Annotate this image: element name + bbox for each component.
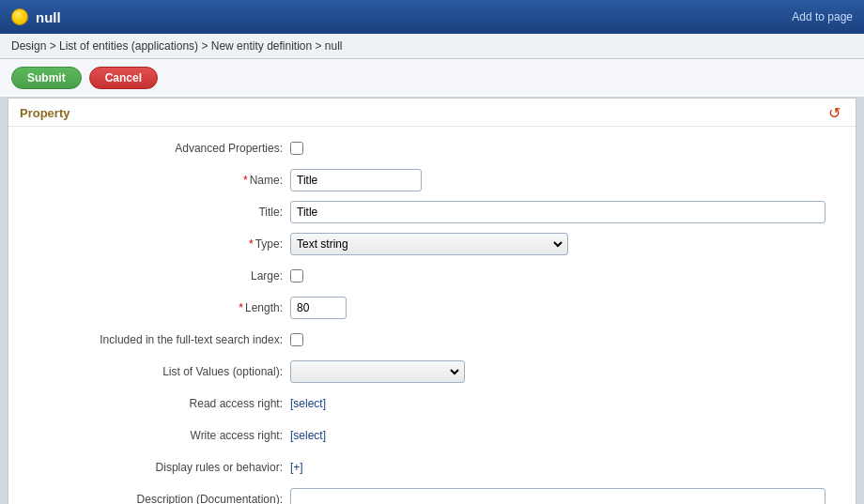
breadcrumb: Design > List of entities (applications)… [0,34,864,59]
app-title: null [36,9,61,25]
title-input[interactable] [290,201,825,223]
advanced-properties-label: Advanced Properties: [27,142,290,155]
write-access-link[interactable]: [select] [290,429,326,442]
action-bar: Submit Cancel [0,59,864,98]
lov-select[interactable] [293,361,462,382]
lightbulb-icon [11,8,28,25]
top-bar: null Add to page [0,0,864,34]
type-row: *Type: Text string Number Date Boolean L… [27,232,837,256]
add-to-page-link[interactable]: Add to page [792,10,853,23]
lov-select-wrapper [290,360,465,383]
description-row: Description (Documentation): [27,487,837,504]
large-label: Large: [27,269,290,283]
section-title: Property [8,99,856,127]
description-label: Description (Documentation): [27,493,290,504]
display-rules-label: Display rules or behavior: [27,461,290,474]
name-row: *Name: [27,168,837,192]
fulltext-checkbox[interactable] [290,333,303,346]
advanced-properties-row: Advanced Properties: [27,136,837,160]
large-checkbox[interactable] [290,269,303,283]
main-content: Property ↺ Advanced Properties: *Name: [8,98,856,504]
lov-row: List of Values (optional): [27,359,837,384]
large-row: Large: [27,264,837,288]
title-row: Title: [27,200,837,224]
length-row: *Length: [27,296,837,320]
fulltext-row: Included in the full-text search index: [27,328,837,352]
breadcrumb-text: Design > List of entities (applications)… [11,39,343,53]
type-select[interactable]: Text string Number Date Boolean List [293,234,565,254]
refresh-icon[interactable]: ↺ [828,104,841,122]
description-input[interactable] [290,488,825,504]
property-section: Property ↺ [8,99,856,127]
lov-label: List of Values (optional): [27,365,290,378]
length-input[interactable] [290,297,347,319]
submit-button-top[interactable]: Submit [11,67,82,89]
cancel-button-top[interactable]: Cancel [89,67,158,89]
read-access-row: Read access right: [select] [27,391,837,416]
name-input[interactable] [290,169,422,191]
length-label: *Length: [27,301,290,314]
display-rules-link[interactable]: [+] [290,461,303,474]
type-label: *Type: [27,237,290,251]
write-access-label: Write access right: [27,429,290,442]
name-label: *Name: [27,174,290,187]
write-access-row: Write access right: [select] [27,423,837,448]
type-select-wrapper: Text string Number Date Boolean List [290,233,568,255]
read-access-label: Read access right: [27,397,290,410]
fulltext-label: Included in the full-text search index: [27,333,290,346]
display-rules-row: Display rules or behavior: [+] [27,455,837,480]
advanced-properties-checkbox[interactable] [290,142,303,155]
title-label: Title: [27,206,290,219]
property-form: Advanced Properties: *Name: Title: [8,127,856,504]
read-access-link[interactable]: [select] [290,397,326,410]
